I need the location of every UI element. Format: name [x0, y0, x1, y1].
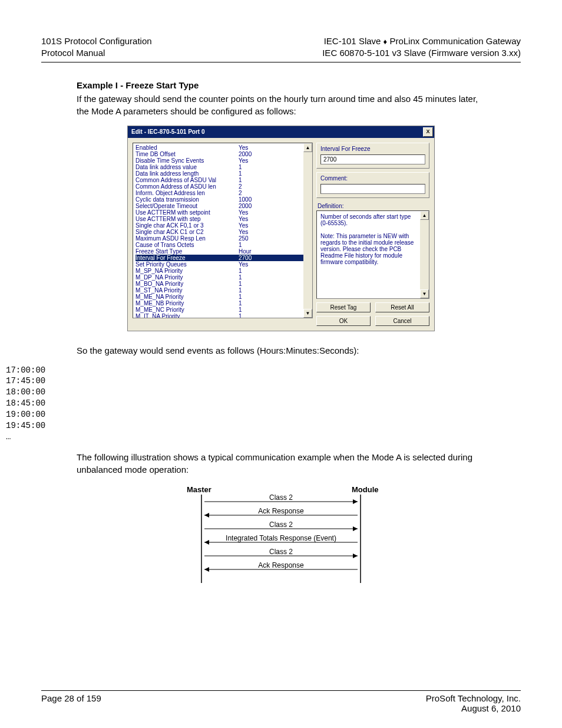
footer-right2: August 6, 2010 [426, 703, 521, 713]
para-before-seq: The following illustration shows a typic… [77, 451, 485, 476]
svg-text:Ack Response: Ack Response [258, 507, 304, 515]
param-row[interactable]: Freeze Start TypeHour [135, 248, 310, 255]
svg-text:Class 2: Class 2 [269, 548, 293, 556]
svg-text:Class 2: Class 2 [269, 521, 293, 529]
param-row[interactable]: M_BO_NA Priority1 [135, 281, 310, 287]
svg-marker-7 [204, 513, 209, 518]
scroll-down-icon[interactable]: ▼ [303, 309, 312, 318]
param-row[interactable]: Use ACTTERM with setpointYes [135, 209, 310, 216]
footer-right1: ProSoft Technology, Inc. [426, 693, 521, 703]
page-header: 101S Protocol Configuration Protocol Man… [41, 35, 521, 62]
header-left-line2: Protocol Manual [41, 47, 152, 59]
param-row[interactable]: Common Address of ASDU Val1 [135, 177, 310, 183]
seq-master-label: Master [187, 485, 211, 494]
param-row[interactable]: Inform. Object Address len2 [135, 190, 310, 196]
cancel-button[interactable]: Cancel [375, 316, 429, 326]
header-left-line1: 101S Protocol Configuration [41, 35, 152, 47]
param-row[interactable]: Common Address of ASDU len2 [135, 183, 310, 190]
reset-all-button[interactable]: Reset All [375, 302, 429, 312]
reset-tag-button[interactable]: Reset Tag [316, 302, 371, 312]
param-row[interactable]: M_DP_NA Priority1 [135, 274, 310, 281]
param-row[interactable]: Single char ACK F0,1 or 3Yes [135, 222, 310, 229]
sequence-diagram: Master Module Class 2Ack ResponseClass 2… [175, 484, 387, 584]
svg-marker-16 [353, 554, 358, 558]
comment-input[interactable] [320, 184, 425, 194]
edit-dialog: Edit - IEC-870-5-101 Port 0 X EnabledYes… [127, 126, 435, 331]
param-row[interactable]: M_SP_NA Priority1 [135, 268, 310, 274]
param-row[interactable]: EnabledYes [135, 144, 310, 151]
svg-text:Ack Response: Ack Response [258, 561, 304, 569]
param-row[interactable]: Select/Operate Timeout2000 [135, 203, 310, 209]
footer-left: Page 28 of 159 [41, 693, 101, 713]
param-row[interactable]: Cyclic data transmission1000 [135, 196, 310, 203]
field-label: Interval For Freeze [320, 146, 425, 152]
param-row[interactable]: Maximum ASDU Resp Len250 [135, 235, 310, 242]
param-row[interactable]: Single char ACK C1 or C2Yes [135, 229, 310, 235]
svg-marker-4 [353, 499, 358, 504]
svg-marker-19 [204, 567, 209, 572]
param-row[interactable]: Interval For Freeze2700 [135, 255, 310, 261]
param-row[interactable]: M_IT_NA Priority1 [135, 313, 310, 318]
param-row[interactable]: Time DB Offset2000 [135, 151, 310, 157]
interval-input[interactable] [320, 154, 425, 164]
param-row[interactable]: M_ME_NB Priority1 [135, 300, 310, 307]
svg-text:Class 2: Class 2 [269, 493, 293, 502]
param-list-scrollbar[interactable]: ▲ ▼ [303, 143, 312, 318]
close-icon[interactable]: X [423, 127, 433, 137]
param-row[interactable]: Disable Time Sync EventsYes [135, 157, 310, 164]
section-title: Example I - Freeze Start Type [77, 80, 485, 90]
header-right-line2: IEC 60870-5-101 v3 Slave (Firmware versi… [322, 47, 521, 59]
intro-paragraph: If the gateway should send the counter p… [77, 93, 485, 117]
comment-group: Comment: [316, 172, 429, 198]
param-row[interactable]: Data link address length1 [135, 170, 310, 177]
svg-marker-10 [353, 526, 358, 531]
definition-label: Definition: [318, 203, 429, 209]
param-row[interactable]: M_ME_NC Priority1 [135, 307, 310, 313]
svg-text:Integrated Totals Response (Ev: Integrated Totals Response (Event) [226, 534, 336, 542]
scroll-up-icon[interactable]: ▲ [420, 211, 429, 220]
scroll-up-icon[interactable]: ▲ [303, 143, 312, 152]
definition-text: Number of seconds after start type (0-65… [320, 213, 425, 265]
param-row[interactable]: Set Priority QueuesYes [135, 261, 310, 268]
param-list[interactable]: EnabledYesTime DB Offset2000Disable Time… [133, 143, 313, 318]
scroll-down-icon[interactable]: ▼ [420, 289, 429, 298]
param-row[interactable]: Cause of Trans Octets1 [135, 242, 310, 248]
para-after-dialog: So the gateway would send events as foll… [77, 344, 485, 357]
header-right-line1: IEC-101 Slave ♦ ProLinx Communication Ga… [322, 35, 521, 47]
dialog-titlebar: Edit - IEC-870-5-101 Port 0 X [128, 126, 434, 138]
param-row[interactable]: Data link address value1 [135, 164, 310, 170]
page-footer: Page 28 of 159 ProSoft Technology, Inc. … [41, 690, 521, 713]
comment-label: Comment: [320, 175, 425, 182]
definition-scrollbar[interactable]: ▲ ▼ [420, 211, 429, 298]
seq-module-label: Module [352, 485, 379, 494]
ok-button[interactable]: OK [316, 316, 371, 326]
svg-marker-13 [204, 540, 209, 545]
param-row[interactable]: M_ST_NA Priority1 [135, 287, 310, 294]
param-row[interactable]: Use ACTTERM with stepYes [135, 216, 310, 222]
dialog-title: Edit - IEC-870-5-101 Port 0 [131, 129, 204, 135]
definition-box: Number of seconds after start type (0-65… [316, 210, 429, 299]
param-row[interactable]: M_ME_NA Priority1 [135, 294, 310, 300]
time-list: 17:00:00 17:45:00 18:00:00 18:45:00 19:0… [6, 365, 521, 443]
field-group: Interval For Freeze [316, 143, 429, 169]
